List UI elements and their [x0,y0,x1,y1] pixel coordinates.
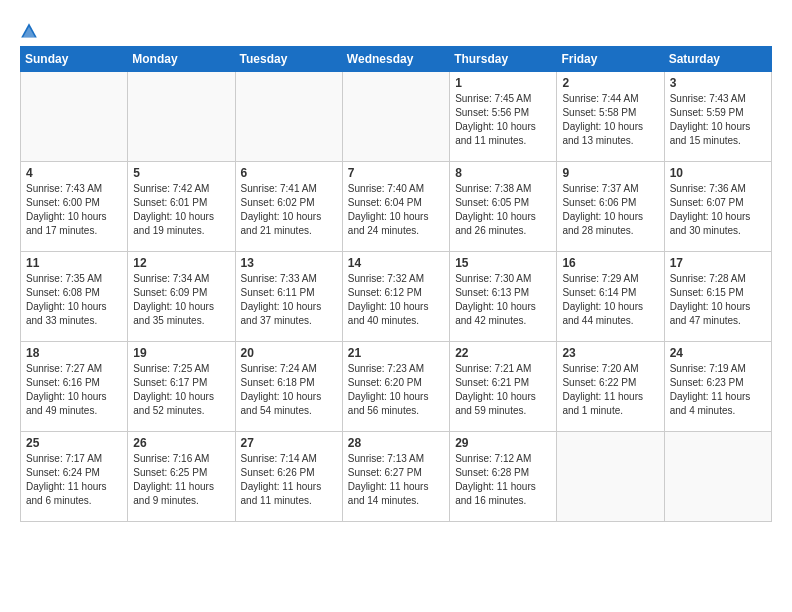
day-info: Sunrise: 7:16 AM Sunset: 6:25 PM Dayligh… [133,452,229,508]
day-info: Sunrise: 7:23 AM Sunset: 6:20 PM Dayligh… [348,362,444,418]
day-number: 25 [26,436,122,450]
week-row-3: 11Sunrise: 7:35 AM Sunset: 6:08 PM Dayli… [21,252,772,342]
day-info: Sunrise: 7:13 AM Sunset: 6:27 PM Dayligh… [348,452,444,508]
day-info: Sunrise: 7:43 AM Sunset: 5:59 PM Dayligh… [670,92,766,148]
calendar-table: SundayMondayTuesdayWednesdayThursdayFrid… [20,46,772,522]
weekday-header-friday: Friday [557,47,664,72]
day-cell: 9Sunrise: 7:37 AM Sunset: 6:06 PM Daylig… [557,162,664,252]
day-cell: 29Sunrise: 7:12 AM Sunset: 6:28 PM Dayli… [450,432,557,522]
day-info: Sunrise: 7:14 AM Sunset: 6:26 PM Dayligh… [241,452,337,508]
day-number: 21 [348,346,444,360]
day-number: 12 [133,256,229,270]
day-info: Sunrise: 7:42 AM Sunset: 6:01 PM Dayligh… [133,182,229,238]
weekday-header-saturday: Saturday [664,47,771,72]
day-number: 17 [670,256,766,270]
day-number: 11 [26,256,122,270]
day-cell: 13Sunrise: 7:33 AM Sunset: 6:11 PM Dayli… [235,252,342,342]
day-number: 19 [133,346,229,360]
day-number: 24 [670,346,766,360]
day-cell: 28Sunrise: 7:13 AM Sunset: 6:27 PM Dayli… [342,432,449,522]
day-number: 23 [562,346,658,360]
day-number: 2 [562,76,658,90]
day-cell: 22Sunrise: 7:21 AM Sunset: 6:21 PM Dayli… [450,342,557,432]
day-cell: 1Sunrise: 7:45 AM Sunset: 5:56 PM Daylig… [450,72,557,162]
day-info: Sunrise: 7:41 AM Sunset: 6:02 PM Dayligh… [241,182,337,238]
day-number: 18 [26,346,122,360]
day-cell: 4Sunrise: 7:43 AM Sunset: 6:00 PM Daylig… [21,162,128,252]
day-info: Sunrise: 7:30 AM Sunset: 6:13 PM Dayligh… [455,272,551,328]
day-info: Sunrise: 7:44 AM Sunset: 5:58 PM Dayligh… [562,92,658,148]
day-info: Sunrise: 7:27 AM Sunset: 6:16 PM Dayligh… [26,362,122,418]
day-number: 29 [455,436,551,450]
week-row-2: 4Sunrise: 7:43 AM Sunset: 6:00 PM Daylig… [21,162,772,252]
day-info: Sunrise: 7:20 AM Sunset: 6:22 PM Dayligh… [562,362,658,418]
day-info: Sunrise: 7:19 AM Sunset: 6:23 PM Dayligh… [670,362,766,418]
week-row-4: 18Sunrise: 7:27 AM Sunset: 6:16 PM Dayli… [21,342,772,432]
day-cell: 18Sunrise: 7:27 AM Sunset: 6:16 PM Dayli… [21,342,128,432]
day-cell: 26Sunrise: 7:16 AM Sunset: 6:25 PM Dayli… [128,432,235,522]
day-number: 14 [348,256,444,270]
day-cell: 25Sunrise: 7:17 AM Sunset: 6:24 PM Dayli… [21,432,128,522]
day-number: 28 [348,436,444,450]
day-number: 4 [26,166,122,180]
day-info: Sunrise: 7:17 AM Sunset: 6:24 PM Dayligh… [26,452,122,508]
day-cell: 16Sunrise: 7:29 AM Sunset: 6:14 PM Dayli… [557,252,664,342]
day-cell: 3Sunrise: 7:43 AM Sunset: 5:59 PM Daylig… [664,72,771,162]
day-cell: 8Sunrise: 7:38 AM Sunset: 6:05 PM Daylig… [450,162,557,252]
day-cell: 14Sunrise: 7:32 AM Sunset: 6:12 PM Dayli… [342,252,449,342]
day-cell [664,432,771,522]
day-cell [235,72,342,162]
weekday-header-monday: Monday [128,47,235,72]
day-number: 26 [133,436,229,450]
day-number: 9 [562,166,658,180]
day-info: Sunrise: 7:12 AM Sunset: 6:28 PM Dayligh… [455,452,551,508]
day-number: 10 [670,166,766,180]
day-cell: 27Sunrise: 7:14 AM Sunset: 6:26 PM Dayli… [235,432,342,522]
day-number: 27 [241,436,337,450]
day-cell [21,72,128,162]
logo-icon [20,22,38,40]
logo [20,20,40,40]
day-info: Sunrise: 7:34 AM Sunset: 6:09 PM Dayligh… [133,272,229,328]
weekday-header-row: SundayMondayTuesdayWednesdayThursdayFrid… [21,47,772,72]
day-info: Sunrise: 7:28 AM Sunset: 6:15 PM Dayligh… [670,272,766,328]
day-cell: 10Sunrise: 7:36 AM Sunset: 6:07 PM Dayli… [664,162,771,252]
day-info: Sunrise: 7:40 AM Sunset: 6:04 PM Dayligh… [348,182,444,238]
day-info: Sunrise: 7:45 AM Sunset: 5:56 PM Dayligh… [455,92,551,148]
day-info: Sunrise: 7:24 AM Sunset: 6:18 PM Dayligh… [241,362,337,418]
weekday-header-wednesday: Wednesday [342,47,449,72]
day-cell: 21Sunrise: 7:23 AM Sunset: 6:20 PM Dayli… [342,342,449,432]
week-row-5: 25Sunrise: 7:17 AM Sunset: 6:24 PM Dayli… [21,432,772,522]
day-cell: 23Sunrise: 7:20 AM Sunset: 6:22 PM Dayli… [557,342,664,432]
day-info: Sunrise: 7:38 AM Sunset: 6:05 PM Dayligh… [455,182,551,238]
day-number: 16 [562,256,658,270]
day-cell: 6Sunrise: 7:41 AM Sunset: 6:02 PM Daylig… [235,162,342,252]
day-cell [342,72,449,162]
day-info: Sunrise: 7:32 AM Sunset: 6:12 PM Dayligh… [348,272,444,328]
weekday-header-tuesday: Tuesday [235,47,342,72]
day-info: Sunrise: 7:25 AM Sunset: 6:17 PM Dayligh… [133,362,229,418]
day-number: 8 [455,166,551,180]
day-info: Sunrise: 7:36 AM Sunset: 6:07 PM Dayligh… [670,182,766,238]
day-cell: 12Sunrise: 7:34 AM Sunset: 6:09 PM Dayli… [128,252,235,342]
weekday-header-thursday: Thursday [450,47,557,72]
day-cell: 17Sunrise: 7:28 AM Sunset: 6:15 PM Dayli… [664,252,771,342]
day-number: 20 [241,346,337,360]
day-info: Sunrise: 7:35 AM Sunset: 6:08 PM Dayligh… [26,272,122,328]
day-info: Sunrise: 7:21 AM Sunset: 6:21 PM Dayligh… [455,362,551,418]
day-number: 15 [455,256,551,270]
day-cell: 7Sunrise: 7:40 AM Sunset: 6:04 PM Daylig… [342,162,449,252]
weekday-header-sunday: Sunday [21,47,128,72]
day-cell [128,72,235,162]
day-number: 6 [241,166,337,180]
day-cell: 24Sunrise: 7:19 AM Sunset: 6:23 PM Dayli… [664,342,771,432]
day-info: Sunrise: 7:29 AM Sunset: 6:14 PM Dayligh… [562,272,658,328]
day-info: Sunrise: 7:43 AM Sunset: 6:00 PM Dayligh… [26,182,122,238]
day-cell: 15Sunrise: 7:30 AM Sunset: 6:13 PM Dayli… [450,252,557,342]
day-cell: 20Sunrise: 7:24 AM Sunset: 6:18 PM Dayli… [235,342,342,432]
day-number: 7 [348,166,444,180]
day-number: 3 [670,76,766,90]
day-number: 22 [455,346,551,360]
day-cell: 2Sunrise: 7:44 AM Sunset: 5:58 PM Daylig… [557,72,664,162]
day-number: 1 [455,76,551,90]
